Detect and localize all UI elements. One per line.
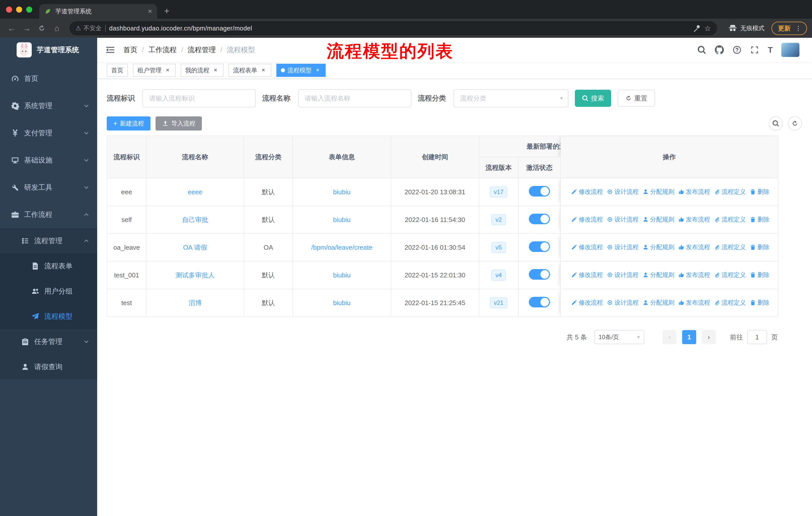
tag-flow-model[interactable]: 流程模型 × <box>277 64 326 77</box>
bookmark-star-icon[interactable]: ☆ <box>704 24 711 33</box>
row-action-publish[interactable]: 发布流程 <box>678 271 710 279</box>
next-page-button[interactable]: › <box>702 330 716 344</box>
help-icon[interactable] <box>732 45 742 54</box>
page-size-select[interactable]: 10条/页 ▾ <box>594 330 644 344</box>
row-action-modify[interactable]: 修改流程 <box>571 188 603 196</box>
prev-page-button[interactable]: ‹ <box>663 330 676 344</box>
font-size-icon[interactable]: T <box>768 45 773 55</box>
new-tab-button[interactable]: + <box>164 4 169 18</box>
status-toggle[interactable] <box>529 297 550 307</box>
row-action-publish[interactable]: 发布流程 <box>678 243 710 251</box>
row-action-definition[interactable]: 流程定义 <box>714 299 746 307</box>
current-page[interactable]: 1 <box>682 330 696 344</box>
status-toggle[interactable] <box>529 269 550 280</box>
row-action-modify[interactable]: 修改流程 <box>571 271 603 279</box>
sidebar-item-payment[interactable]: 支付管理 <box>0 119 97 147</box>
reload-icon[interactable] <box>35 22 48 35</box>
sidebar-item-flow-manage[interactable]: 流程管理 <box>0 228 97 253</box>
flow-key-input[interactable] <box>142 89 256 107</box>
row-action-delete[interactable]: 删除 <box>750 271 770 279</box>
security-status[interactable]: ⚠ 不安全 <box>76 24 102 32</box>
row-action-assign[interactable]: 分配规则 <box>643 243 674 251</box>
password-key-icon[interactable] <box>693 24 701 32</box>
sidebar-item-leave-query[interactable]: 请假查询 <box>0 354 97 379</box>
goto-page-input[interactable] <box>747 330 767 344</box>
tag-tenant[interactable]: 租户管理 × <box>133 64 176 77</box>
sidebar-item-devtools[interactable]: 研发工具 <box>0 174 97 201</box>
row-action-assign[interactable]: 分配规则 <box>643 215 674 223</box>
model-name-link[interactable]: 自己审批 <box>182 216 208 223</box>
row-action-publish[interactable]: 发布流程 <box>678 299 710 307</box>
window-zoom-button[interactable] <box>26 6 32 12</box>
sidebar-toggle-icon[interactable] <box>105 45 115 55</box>
row-action-publish[interactable]: 发布流程 <box>678 215 710 223</box>
toggle-search-button[interactable] <box>769 116 783 131</box>
import-flow-button[interactable]: 导入流程 <box>155 116 202 131</box>
sidebar-item-system[interactable]: 系统管理 <box>0 92 97 119</box>
forward-icon[interactable]: → <box>20 22 33 35</box>
row-action-delete[interactable]: 删除 <box>750 243 770 251</box>
sidebar-item-infrastructure[interactable]: 基础设施 <box>0 147 97 174</box>
back-icon[interactable]: ← <box>5 22 18 35</box>
status-toggle[interactable] <box>529 241 550 252</box>
row-action-design[interactable]: 设计流程 <box>607 215 639 223</box>
row-action-definition[interactable]: 流程定义 <box>714 243 746 251</box>
search-button[interactable]: 搜索 <box>575 90 611 107</box>
sidebar-item-flow-form[interactable]: 流程表单 <box>0 253 97 279</box>
user-avatar[interactable] <box>781 43 800 57</box>
github-icon[interactable] <box>715 45 724 54</box>
form-info-link[interactable]: biubiu <box>333 188 350 196</box>
window-close-button[interactable] <box>6 6 12 12</box>
row-action-publish[interactable]: 发布流程 <box>678 188 710 196</box>
row-action-delete[interactable]: 删除 <box>750 215 770 223</box>
tag-close-icon[interactable]: × <box>260 67 267 74</box>
home-icon[interactable]: ⌂ <box>50 22 63 35</box>
sidebar-item-home[interactable]: 首页 <box>0 65 97 92</box>
form-info-link[interactable]: biubiu <box>333 299 350 307</box>
row-action-delete[interactable]: 删除 <box>750 299 770 307</box>
breadcrumb-item[interactable]: 流程管理 <box>188 45 216 55</box>
status-toggle[interactable] <box>529 186 550 196</box>
create-flow-button[interactable]: + 新建流程 <box>107 116 150 131</box>
tag-flow-form[interactable]: 流程表单 × <box>229 64 271 77</box>
row-action-modify[interactable]: 修改流程 <box>571 215 603 223</box>
row-action-modify[interactable]: 修改流程 <box>571 299 603 307</box>
row-action-assign[interactable]: 分配规则 <box>643 188 674 196</box>
sidebar-item-workflow[interactable]: 工作流程 <box>0 201 97 228</box>
row-action-design[interactable]: 设计流程 <box>607 188 639 196</box>
reset-button[interactable]: 重置 <box>618 90 655 107</box>
search-icon[interactable] <box>697 45 706 54</box>
sidebar-item-flow-model[interactable]: 流程模型 <box>0 304 97 329</box>
tag-close-icon[interactable]: × <box>314 67 321 74</box>
menu-dots-icon[interactable]: ⋮ <box>795 25 802 32</box>
row-action-delete[interactable]: 删除 <box>750 188 770 196</box>
row-action-definition[interactable]: 流程定义 <box>714 271 746 279</box>
status-toggle[interactable] <box>529 214 550 224</box>
tag-close-icon[interactable]: × <box>212 67 219 74</box>
fullscreen-icon[interactable] <box>750 45 759 54</box>
window-minimize-button[interactable] <box>16 6 22 12</box>
flow-name-input[interactable] <box>298 89 411 107</box>
breadcrumb-item[interactable]: 首页 <box>123 45 138 55</box>
model-name-link[interactable]: OA 请假 <box>183 244 207 251</box>
category-select[interactable]: 流程分类 ▾ <box>454 89 568 107</box>
tag-close-icon[interactable]: × <box>164 67 171 74</box>
row-action-definition[interactable]: 流程定义 <box>714 215 746 223</box>
browser-tab[interactable]: 芋道管理系统 × <box>39 4 157 19</box>
row-action-assign[interactable]: 分配规则 <box>643 299 674 307</box>
tab-close-icon[interactable]: × <box>148 7 152 16</box>
form-info-link[interactable]: /bpm/oa/leave/create <box>311 244 373 251</box>
tag-home[interactable]: 首页 <box>107 64 128 77</box>
browser-update-button[interactable]: 更新 ⋮ <box>772 22 807 35</box>
row-action-assign[interactable]: 分配规则 <box>643 271 674 279</box>
breadcrumb-item[interactable]: 工作流程 <box>148 45 177 55</box>
row-action-modify[interactable]: 修改流程 <box>571 243 603 251</box>
model-name-link[interactable]: eeee <box>188 188 202 196</box>
sidebar-item-user-group[interactable]: 用户分组 <box>0 279 97 304</box>
row-action-design[interactable]: 设计流程 <box>607 299 639 307</box>
row-action-design[interactable]: 设计流程 <box>607 243 639 251</box>
tag-my-flow[interactable]: 我的流程 × <box>181 64 224 77</box>
form-info-link[interactable]: biubiu <box>333 271 350 279</box>
address-bar[interactable]: ⚠ 不安全 dashboard.yudao.iocoder.cn/bpm/man… <box>69 21 717 35</box>
row-action-definition[interactable]: 流程定义 <box>714 188 746 196</box>
